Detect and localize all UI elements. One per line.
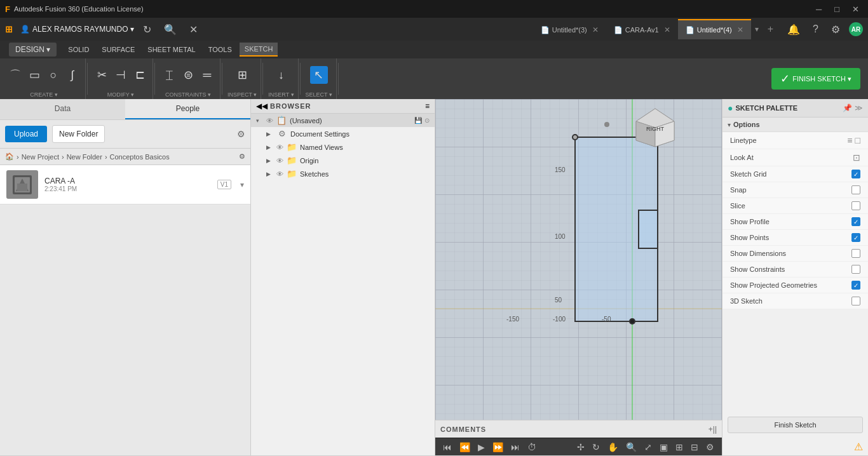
finish-sketch-button[interactable]: Finish Sketch [728, 417, 863, 433]
3d-sketch-checkbox[interactable] [851, 297, 860, 305]
look-at-icon[interactable]: ⊡ [853, 152, 860, 163]
design-dropdown[interactable]: DESIGN ▾ [9, 43, 57, 57]
comment-collapse-icon[interactable]: || [713, 425, 717, 434]
doc-settings-arrow[interactable]: ▶ [266, 131, 274, 137]
named-views-arrow[interactable]: ▶ [266, 144, 274, 151]
settings-button[interactable]: ⚙ [827, 22, 844, 37]
timeline-icon[interactable]: ⏱ [525, 441, 539, 453]
sketch-grid-checkbox[interactable]: ✓ [851, 170, 860, 178]
rect-tool[interactable]: ▭ [25, 66, 43, 84]
breadcrumb-new-folder[interactable]: New Folder [67, 153, 102, 161]
select-tool[interactable]: ↖ [310, 66, 328, 84]
circle-tool[interactable]: ○ [44, 67, 62, 84]
snap-checkbox[interactable] [851, 185, 860, 194]
search-button[interactable]: 🔍 [160, 22, 180, 37]
menu-tools[interactable]: TOOLS [203, 43, 237, 56]
refresh-button[interactable]: ↻ [139, 22, 155, 37]
browser-item-root[interactable]: ▾ 👁 📋 (Unsaved) 💾 ⊙ [251, 114, 435, 127]
finish-sketch-ribbon-button[interactable]: ✓ FINISH SKETCH ▾ [771, 68, 860, 90]
browser-item-sketches[interactable]: ▶ 👁 📁 Sketches [251, 167, 435, 180]
menu-surface[interactable]: SURFACE [97, 43, 140, 56]
inspect-tool[interactable]: ⊞ [233, 66, 251, 84]
slice-checkbox[interactable] [851, 201, 860, 210]
show-profile-checkbox[interactable]: ✓ [851, 217, 860, 226]
maximize-button[interactable]: □ [831, 4, 843, 14]
settings-tool[interactable]: ⚙ [703, 441, 717, 453]
origin-vis[interactable]: 👁 [276, 157, 283, 164]
breadcrumb-home[interactable]: 🏠 [5, 152, 14, 161]
file-more-icon[interactable]: ▾ [240, 180, 244, 189]
menu-sketch[interactable]: SKETCH [240, 43, 278, 57]
browser-item-doc-settings[interactable]: ▶ ⚙ Document Settings [251, 127, 435, 140]
minimize-button[interactable]: ─ [812, 4, 825, 14]
nav-play-button[interactable]: ▶ [475, 441, 487, 453]
show-dimensions-checkbox[interactable] [851, 249, 860, 258]
show-projected-checkbox[interactable]: ✓ [851, 281, 860, 290]
pan-tool[interactable]: ✋ [605, 441, 621, 453]
navigate-tool[interactable]: ✢ [574, 441, 587, 453]
root-vis-icon[interactable]: 👁 [266, 117, 273, 124]
breadcrumb-conceptos[interactable]: Conceptos Basicos [110, 153, 170, 161]
tab-overflow-button[interactable]: ▾ [751, 22, 763, 36]
menu-solid[interactable]: SOLID [63, 43, 94, 56]
sketches-vis[interactable]: 👁 [276, 170, 283, 178]
view-cube[interactable]: RIGHT [633, 105, 671, 144]
grid-tool[interactable]: ⊞ [673, 441, 686, 453]
help-button[interactable]: ? [809, 22, 822, 36]
orbit-tool[interactable]: ↻ [590, 441, 602, 453]
notification-button[interactable]: 🔔 [783, 22, 804, 37]
close-button[interactable]: ✕ [848, 4, 863, 14]
tab-close-untitled4[interactable]: ✕ [737, 25, 743, 34]
data-tab[interactable]: Data [0, 99, 125, 119]
panel-settings-icon[interactable]: ⚙ [237, 129, 245, 139]
menu-sheet-metal[interactable]: SHEET METAL [142, 43, 200, 56]
offset-tool[interactable]: ⊏ [131, 66, 149, 84]
display-tool[interactable]: ▣ [657, 441, 670, 453]
tab-untitled4[interactable]: 📄 Untitled*(4) ✕ [678, 19, 751, 39]
nav-next-button[interactable]: ⏩ [490, 441, 506, 453]
insert-tool[interactable]: ↓ [272, 67, 290, 84]
breadcrumb-new-project[interactable]: New Project [22, 153, 59, 161]
root-options-icon[interactable]: ⊙ [424, 117, 430, 124]
avatar[interactable]: AR [849, 22, 863, 36]
show-points-checkbox[interactable]: ✓ [851, 233, 860, 242]
browser-collapse-icon[interactable]: ◀◀ [256, 102, 268, 111]
file-item[interactable]: CARA -A 2:23:41 PM V1 ▾ [0, 165, 250, 205]
viewport-tool[interactable]: ⊟ [688, 441, 701, 453]
named-views-vis[interactable]: 👁 [276, 144, 283, 151]
username[interactable]: 👤 ALEX RAMOS RAYMUNDO ▾ [20, 25, 134, 34]
palette-pin-icon[interactable]: 📌 [843, 104, 852, 112]
nav-first-button[interactable]: ⏮ [440, 441, 454, 453]
tab-add-button[interactable]: + [763, 21, 778, 37]
show-constraints-checkbox[interactable] [851, 265, 860, 274]
origin-arrow[interactable]: ▶ [266, 158, 274, 164]
spline-tool[interactable]: ∫ [64, 67, 81, 84]
root-collapse-arrow[interactable]: ▾ [256, 117, 264, 124]
comment-add-icon[interactable]: + [709, 425, 713, 434]
linetype-icon2[interactable]: □ [855, 135, 860, 145]
trim-tool[interactable]: ✂ [93, 66, 111, 84]
sketches-arrow[interactable]: ▶ [266, 171, 274, 177]
extend-tool[interactable]: ⊣ [112, 66, 130, 84]
close-search-button[interactable]: ✕ [186, 22, 201, 37]
arc-tool[interactable]: ⌒ [6, 65, 24, 84]
fit-view-tool[interactable]: ⤢ [642, 441, 654, 453]
browser-item-origin[interactable]: ▶ 👁 📁 Origin [251, 154, 435, 167]
tab-close-cara[interactable]: ✕ [664, 25, 670, 34]
nav-prev-button[interactable]: ⏪ [457, 441, 473, 453]
nav-last-button[interactable]: ⏭ [508, 441, 522, 453]
upload-button[interactable]: Upload [5, 126, 47, 142]
linetype-icon1[interactable]: ≡ [847, 135, 852, 145]
people-tab[interactable]: People [125, 99, 250, 119]
constraint-tool-1[interactable]: ⌶ [160, 67, 178, 84]
browser-item-named-views[interactable]: ▶ 👁 📁 Named Views [251, 140, 435, 154]
canvas[interactable]: 150 100 50 -150 -100 -50 [435, 99, 722, 455]
browser-menu-icon[interactable]: ≡ [425, 102, 430, 111]
tab-untitled3[interactable]: 📄 Untitled*(3) ✕ [533, 19, 606, 39]
tab-cara[interactable]: 📄 CARA-Av1 ✕ [606, 19, 678, 39]
constraint-tool-3[interactable]: ═ [198, 67, 216, 84]
tab-close-untitled3[interactable]: ✕ [592, 25, 599, 34]
new-folder-button[interactable]: New Folder [52, 125, 105, 143]
breadcrumb-settings-icon[interactable]: ⚙ [239, 152, 245, 161]
constraint-tool-2[interactable]: ⊜ [179, 66, 197, 84]
